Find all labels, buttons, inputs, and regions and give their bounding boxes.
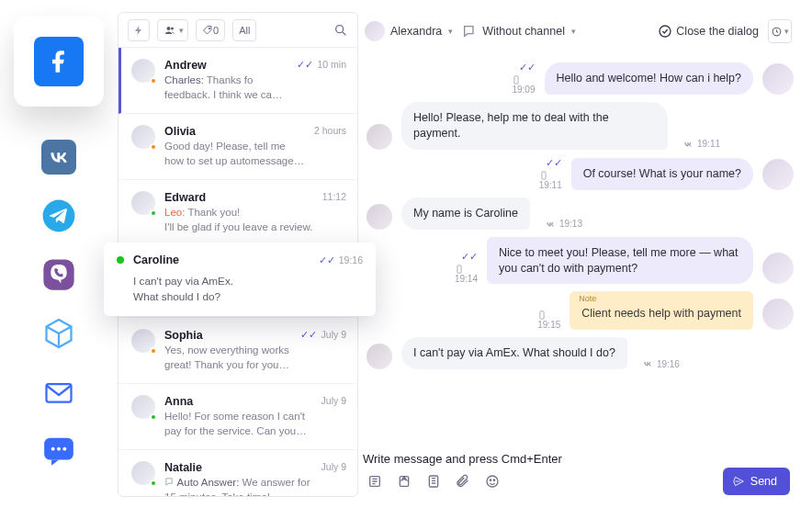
avatar <box>131 461 155 485</box>
message-row: I can't pay via AmEx. What should I do? … <box>367 337 794 369</box>
message-meta: ✓✓ 19:09 <box>512 62 535 95</box>
operator-selector[interactable]: Alexandra▾ <box>365 21 453 41</box>
svg-rect-16 <box>540 311 544 319</box>
svg-point-9 <box>209 28 210 29</box>
channel-selector[interactable]: Without channel▾ <box>462 24 576 39</box>
message-thread[interactable]: ✓✓ 19:09Hello and welcome! How can i hel… <box>363 51 794 452</box>
conversation-name: Caroline <box>133 254 179 266</box>
bolt-button[interactable] <box>128 19 150 41</box>
message-row: Hello! Please, help me to deal with the … <box>367 102 794 150</box>
conversation-time: 2 hours <box>314 125 346 168</box>
svg-point-11 <box>660 26 671 37</box>
customer-avatar <box>367 344 392 369</box>
avatar <box>131 125 155 149</box>
chat-header: Alexandra▾ Without channel▾ Close the di… <box>363 12 794 51</box>
conversation-item[interactable]: AndrewCharles: Thanks fo feedback. I thi… <box>118 48 357 114</box>
all-filter[interactable]: All <box>232 19 256 41</box>
conversation-time: July 9 <box>321 461 346 496</box>
conversation-snippet: Yes, now everything works great! Thank y… <box>164 344 291 372</box>
conversation-item[interactable]: Natalie Auto Answer: We answer for 15 mi… <box>118 450 357 496</box>
operator-name: Alexandra <box>390 25 442 38</box>
message-meta: 19:16 <box>642 358 680 369</box>
template-icon[interactable] <box>396 473 412 490</box>
conversation-snippet: I can't pay via AmEx.What should I do? <box>133 274 363 305</box>
conversation-time: 11:12 <box>322 191 346 234</box>
conversation-name: Edward <box>164 191 313 204</box>
message-meta: 19:13 <box>545 219 582 230</box>
conversation-item[interactable]: OliviaGood day! Please, tell me how to s… <box>118 114 357 180</box>
agent-avatar <box>762 253 794 284</box>
assignee-filter[interactable]: ▾ <box>157 19 188 41</box>
mail-icon[interactable] <box>41 375 76 410</box>
message-row: 19:15Client needs help with payment <box>367 291 794 330</box>
snooze-button[interactable]: ▾ <box>768 19 792 43</box>
cube-icon[interactable] <box>41 316 76 351</box>
message-meta: 19:15 <box>537 310 560 330</box>
svg-point-20 <box>487 476 498 487</box>
message-meta: 19:11 <box>682 139 720 150</box>
customer-avatar <box>367 124 392 150</box>
conversation-name: Olivia <box>164 125 305 138</box>
conversation-snippet: Auto Answer: We answer for 15 minutes. T… <box>164 476 312 496</box>
composer-placeholder[interactable]: Write message and press Cmd+Enter <box>363 452 794 466</box>
message-bubble: Hello and welcome! How can i help? <box>545 62 754 95</box>
facebook-icon[interactable] <box>34 37 84 86</box>
telegram-icon[interactable] <box>41 198 76 233</box>
svg-point-22 <box>493 480 494 480</box>
conversation-snippet: Hello! For some reason I can't pay for t… <box>164 410 312 438</box>
message-bubble: I can't pay via AmEx. What should I do? <box>401 337 627 369</box>
svg-point-4 <box>51 447 55 451</box>
message-bubble: Hello! Please, help me to deal with the … <box>401 102 668 150</box>
agent-avatar <box>762 299 794 330</box>
avatar <box>131 329 155 353</box>
message-row: My name is Caroline 19:13 <box>367 198 794 230</box>
channel-label: Without channel <box>482 25 565 38</box>
conversation-item[interactable]: EdwardLeo: Thank you!I'll be glad if you… <box>118 180 357 246</box>
svg-rect-2 <box>47 384 72 402</box>
vk-icon[interactable] <box>41 140 76 175</box>
conversation-time: ✓✓ July 9 <box>300 329 346 372</box>
conversation-name: Andrew <box>164 59 288 72</box>
close-dialog-button[interactable]: Close the dialog <box>658 24 759 39</box>
note-icon[interactable] <box>367 473 383 490</box>
conversation-snippet: Good day! Please, tell me how to set up … <box>164 140 305 168</box>
sms-icon[interactable] <box>41 434 76 468</box>
attachment-icon[interactable] <box>455 473 471 490</box>
send-button[interactable]: Send <box>723 468 790 495</box>
check-circle-icon <box>658 24 672 39</box>
avatar <box>131 395 155 419</box>
article-icon[interactable] <box>425 473 442 490</box>
conversation-item-caroline-floating[interactable]: Caroline ✓✓19:16 I can't pay via AmEx.Wh… <box>104 243 376 316</box>
conversation-item[interactable]: AnnaHello! For some reason I can't pay f… <box>118 384 357 450</box>
conversation-time: ✓✓ 10 min <box>297 59 346 102</box>
viber-icon[interactable] <box>41 257 76 292</box>
rail-card <box>14 17 104 107</box>
message-bubble: Client needs help with payment <box>570 291 753 330</box>
chat-panel: Alexandra▾ Without channel▾ Close the di… <box>363 12 794 497</box>
composer-toolbar: Send <box>363 466 794 497</box>
avatar <box>131 191 155 215</box>
conversation-time: July 9 <box>321 395 346 438</box>
channel-icon <box>462 24 477 39</box>
emoji-icon[interactable] <box>484 473 501 490</box>
message-row: ✓✓ 19:14Nice to meet you! Please, tell m… <box>367 237 794 285</box>
tag-filter[interactable]: 0 <box>196 19 225 41</box>
conversation-name: Natalie <box>164 461 312 474</box>
svg-point-0 <box>43 200 75 232</box>
conversation-snippet: Leo: Thank you!I'll be glad if you leave… <box>164 206 313 234</box>
customer-avatar <box>367 204 392 230</box>
agent-avatar <box>762 159 794 190</box>
message-bubble: Nice to meet you! Please, tell me more —… <box>487 237 753 285</box>
search-icon[interactable] <box>333 23 348 38</box>
message-bubble: Of course! What is your name? <box>571 158 753 190</box>
avatar <box>131 59 155 83</box>
agent-avatar <box>762 63 794 95</box>
message-meta: ✓✓ 19:11 <box>539 157 562 190</box>
svg-point-7 <box>167 27 171 30</box>
message-row: ✓✓ 19:11Of course! What is your name? <box>367 157 794 190</box>
message-meta: ✓✓ 19:14 <box>455 251 478 284</box>
conversation-name: Sophia <box>164 329 291 342</box>
conversation-name: Anna <box>164 395 312 408</box>
conversation-item[interactable]: SophiaYes, now everything works great! T… <box>118 318 357 384</box>
channel-rail <box>0 0 118 508</box>
